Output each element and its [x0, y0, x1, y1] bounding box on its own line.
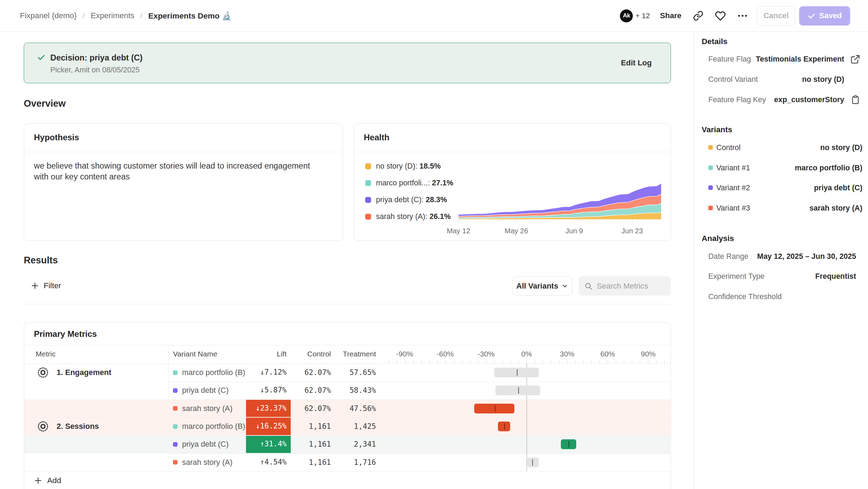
collaborators-count[interactable]: + 12 [635, 12, 650, 20]
all-variants-dropdown[interactable]: All Variants [512, 276, 572, 296]
analysis-label: Date Range [708, 252, 748, 261]
axis-minor-tick [462, 360, 462, 363]
axis-minor-tick [599, 360, 600, 363]
axis-minor-tick [397, 360, 397, 363]
table-row[interactable]: sarah story (A)↓23.37%62.07%47.56% [24, 399, 671, 417]
primary-metrics-title: Primary Metrics [34, 329, 97, 339]
metric-target-icon [37, 420, 49, 432]
axis-minor-tick [624, 360, 624, 363]
variant-name: priya debt (C) [182, 386, 229, 395]
analysis-label: Confidence Threshold [708, 292, 782, 301]
topbar-actions: Ak + 12 Share Cancel Saved [620, 0, 850, 31]
axis-minor-tick [421, 360, 422, 363]
detail-label: Control Variant [708, 75, 758, 84]
axis-minor-tick [656, 360, 657, 363]
row-divider [168, 435, 671, 436]
add-metric-label: Add [47, 476, 61, 485]
legend-swatch-priya [365, 197, 371, 203]
favorite-heart-icon[interactable] [715, 10, 726, 21]
search-icon [584, 282, 593, 290]
add-metric-button[interactable]: Add [24, 471, 671, 489]
metric-cell[interactable]: 2. Sessions [37, 417, 99, 435]
share-button[interactable]: Share [660, 11, 681, 20]
row-divider [168, 399, 671, 400]
legend-item: no story (D): 18.5% [365, 162, 441, 171]
axis-minor-tick [535, 360, 535, 363]
axis-minor-tick [559, 360, 559, 363]
variant-name: priya debt (C) [182, 440, 229, 449]
axis-minor-tick [575, 360, 576, 363]
axis-minor-tick [616, 360, 616, 363]
copy-link-icon[interactable] [693, 10, 703, 21]
health-x-label: Jun 9 [565, 227, 583, 235]
axis-minor-tick [519, 360, 519, 363]
edit-log-button[interactable]: Edit Log [621, 58, 652, 68]
saved-button[interactable]: Saved [799, 6, 850, 26]
variant-swatch [708, 206, 713, 210]
axis-label: -90% [396, 350, 413, 358]
variant-name: sarah story (A) [182, 404, 232, 413]
variant-row-control: Control no story (D) [708, 143, 862, 154]
axis-minor-tick [478, 360, 478, 363]
overview-heading: Overview [24, 98, 66, 109]
detail-row-feature-flag-key: Feature Flag Key exp_customerStory [708, 95, 861, 106]
details-heading: Details [702, 37, 728, 46]
breadcrumb-project[interactable]: Fixpanel {demo} [20, 11, 77, 20]
variant-cell: sarah story (A) [173, 453, 232, 471]
axis-minor-tick [527, 360, 527, 363]
health-card: Health no story (D): 18.5% marco portfol… [354, 123, 671, 241]
table-row[interactable]: priya debt (C)↓5.87%62.07%58.43% [24, 382, 671, 399]
table-row[interactable]: 2. Sessionsmarco portfolio (B)↓16.25%1,1… [24, 417, 671, 435]
confidence-interval-bar[interactable] [498, 421, 510, 431]
cancel-button[interactable]: Cancel [757, 6, 795, 26]
search-metrics-box [579, 276, 671, 296]
table-row[interactable]: priya debt (C)↑31.4%1,1612,341 [24, 435, 671, 453]
health-x-label: May 26 [505, 227, 528, 235]
axis-minor-tick [470, 360, 470, 363]
axis-minor-tick [664, 360, 665, 363]
metric-target-icon [37, 367, 49, 378]
treatment-value: 2,341 [306, 435, 376, 453]
detail-label: Feature Flag [708, 55, 751, 64]
axis-minor-tick [494, 360, 494, 363]
confidence-interval-bar[interactable] [474, 404, 515, 413]
plus-icon [31, 282, 39, 290]
row-divider [168, 453, 671, 454]
confidence-interval-bar[interactable] [561, 439, 576, 449]
variants-heading: Variants [702, 125, 732, 134]
row-divider [168, 382, 671, 382]
analysis-label: Experiment Type [708, 272, 765, 281]
detail-value[interactable]: Testimonials Experiment [756, 55, 844, 64]
detail-value: no story (D) [802, 75, 844, 84]
breadcrumb-current-page: Experiments Demo 🔬 [148, 11, 231, 21]
axis-minor-tick [486, 360, 486, 363]
lift-point-marker [569, 441, 569, 447]
legend-label: priya debt (C): 28.3% [376, 196, 447, 204]
lift-point-marker [504, 423, 505, 430]
card-divider [24, 152, 343, 152]
filter-button[interactable]: Filter [31, 276, 61, 296]
search-metrics-input[interactable] [597, 282, 660, 291]
more-options-icon[interactable] [737, 10, 748, 21]
confidence-interval-bar[interactable] [494, 368, 538, 377]
confidence-interval-bar[interactable] [496, 385, 540, 395]
axis-minor-tick [389, 360, 389, 363]
copy-clipboard-icon[interactable] [851, 95, 860, 105]
metric-cell[interactable]: 1. Engagement [37, 364, 111, 382]
confidence-interval-bar[interactable] [527, 458, 539, 467]
zero-baseline [527, 363, 527, 471]
external-link-icon[interactable] [850, 54, 860, 64]
analysis-value: May 12, 2025 – Jun 30, 2025 [757, 252, 856, 261]
axis-minor-tick [591, 360, 592, 363]
table-row[interactable]: 1. Engagementmarco portfolio (B)↓7.12%62… [24, 364, 671, 382]
variant-swatch [173, 370, 178, 375]
legend-swatch-marco [365, 180, 371, 186]
axis-minor-tick [454, 360, 454, 363]
avatar[interactable]: Ak [620, 9, 633, 22]
table-row[interactable]: sarah story (A)↑4.54%1,1611,716 [24, 453, 671, 471]
treatment-value: 1,425 [306, 417, 376, 435]
axis-minor-tick [632, 360, 632, 363]
breadcrumb-experiments[interactable]: Experiments [91, 11, 134, 20]
health-stacked-area-chart [458, 175, 662, 224]
variant-label: Variant #3 [716, 204, 750, 213]
